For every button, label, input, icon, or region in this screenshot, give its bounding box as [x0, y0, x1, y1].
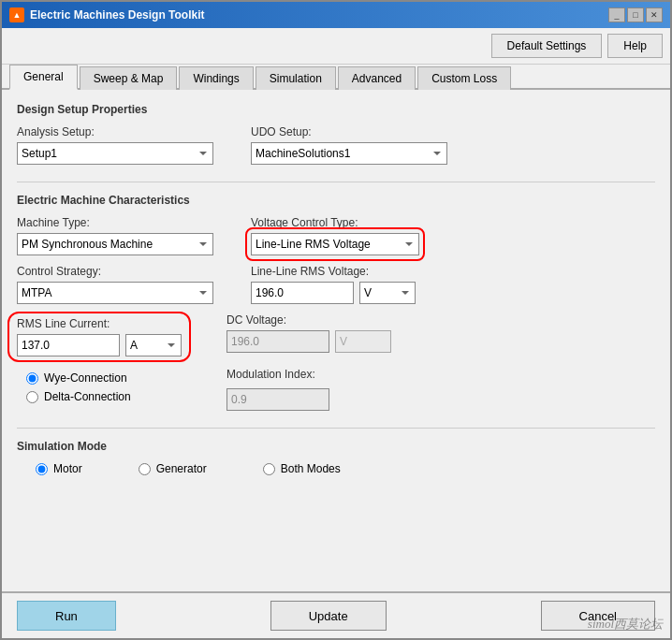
motor-radio[interactable]	[36, 463, 48, 475]
app-icon: ▲	[9, 7, 24, 22]
update-button[interactable]: Update	[270, 601, 387, 631]
control-strategy-label: Control Strategy:	[17, 265, 213, 278]
content-area: Design Setup Properties Analysis Setup: …	[2, 90, 670, 591]
tab-advanced[interactable]: Advanced	[338, 66, 416, 90]
tab-custom-loss[interactable]: Custom Loss	[417, 66, 511, 90]
voltage-control-group: Voltage Control Type: Line-Line RMS Volt…	[251, 216, 419, 255]
delta-connection-option[interactable]: Delta-Connection	[26, 390, 189, 403]
simulation-mode-label: Simulation Mode	[17, 440, 655, 453]
voltage-control-label: Voltage Control Type:	[251, 216, 419, 229]
generator-label: Generator	[156, 462, 207, 475]
title-bar: ▲ Electric Machines Design Toolkit _ □ ✕	[2, 2, 670, 28]
modulation-index-label: Modulation Index:	[226, 368, 391, 381]
line-line-rms-label: Line-Line RMS Voltage:	[251, 265, 416, 278]
generator-option[interactable]: Generator	[139, 462, 207, 475]
title-bar-left: ▲ Electric Machines Design Toolkit	[9, 7, 205, 22]
analysis-setup-label: Analysis Setup:	[17, 125, 213, 138]
udo-setup-group: UDO Setup: MachineSolutions1	[251, 125, 447, 165]
dc-modulation-group: DC Voltage: V Modulation Index:	[226, 313, 391, 411]
line-line-rms-row: V	[251, 282, 416, 304]
simulation-radios: Motor Generator Both Modes	[17, 462, 655, 475]
delta-connection-radio[interactable]	[26, 391, 38, 403]
tab-sweep-map[interactable]: Sweep & Map	[80, 66, 178, 90]
window-controls: _ □ ✕	[608, 7, 663, 22]
control-rms-row: Control Strategy: MTPA Line-Line RMS Vol…	[17, 265, 655, 304]
machine-type-group: Machine Type: PM Synchronous Machine Syn…	[17, 216, 213, 255]
window-title: Electric Machines Design Toolkit	[30, 8, 205, 22]
main-window: ▲ Electric Machines Design Toolkit _ □ ✕…	[0, 0, 672, 640]
simulation-mode-section: Simulation Mode Motor Generator Both Mod…	[17, 440, 655, 475]
modulation-index-input	[226, 388, 329, 411]
analysis-setup-group: Analysis Setup: Setup1	[17, 125, 213, 165]
dc-voltage-label: DC Voltage:	[226, 313, 391, 327]
machine-type-label: Machine Type:	[17, 216, 213, 229]
design-setup-label: Design Setup Properties	[17, 103, 655, 116]
minimize-button[interactable]: _	[608, 7, 625, 22]
machine-type-select[interactable]: PM Synchronous Machine Synchronous Machi…	[17, 233, 213, 255]
tab-windings[interactable]: Windings	[179, 66, 253, 90]
close-button[interactable]: ✕	[646, 7, 663, 22]
default-settings-button[interactable]: Default Settings	[491, 34, 603, 58]
current-dc-row: RMS Line Current: A Wye-	[17, 313, 655, 411]
dc-voltage-unit-select: V	[335, 330, 391, 353]
analysis-setup-select[interactable]: Setup1	[17, 142, 213, 165]
divider-1	[17, 182, 655, 182]
electric-machine-label: Electric Machine Characteristics	[17, 194, 655, 207]
control-strategy-group: Control Strategy: MTPA	[17, 265, 213, 304]
rms-line-current-label: RMS Line Current:	[17, 317, 110, 330]
motor-label: Motor	[53, 462, 82, 475]
divider-2	[17, 428, 655, 429]
run-button[interactable]: Run	[17, 601, 116, 631]
watermark: simol西莫论坛	[588, 616, 663, 633]
wye-connection-option[interactable]: Wye-Connection	[26, 371, 189, 385]
rms-current-input-row: A	[17, 334, 182, 356]
tab-simulation[interactable]: Simulation	[256, 66, 336, 90]
line-line-rms-unit-select[interactable]: V	[359, 282, 416, 304]
maximize-button[interactable]: □	[627, 7, 644, 22]
dc-voltage-row: V	[226, 330, 391, 353]
generator-radio[interactable]	[139, 463, 151, 475]
udo-setup-label: UDO Setup:	[251, 125, 447, 138]
udo-setup-select[interactable]: MachineSolutions1	[251, 142, 447, 165]
voltage-control-select[interactable]: Line-Line RMS Voltage	[251, 233, 419, 255]
help-button[interactable]: Help	[607, 34, 663, 58]
wye-connection-radio[interactable]	[26, 372, 38, 385]
tabs-row: General Sweep & Map Windings Simulation …	[2, 65, 670, 90]
line-line-rms-group: Line-Line RMS Voltage: V	[251, 265, 416, 304]
line-line-rms-input[interactable]	[251, 282, 354, 304]
toolbar: Default Settings Help	[2, 28, 670, 65]
rms-current-outer-group: RMS Line Current: A Wye-	[17, 313, 189, 411]
both-modes-label: Both Modes	[281, 462, 341, 475]
connection-radio-group: Wye-Connection Delta-Connection	[26, 371, 189, 403]
motor-option[interactable]: Motor	[36, 462, 82, 475]
dc-voltage-input	[226, 330, 329, 353]
design-setup-row: Analysis Setup: Setup1 UDO Setup: Machin…	[17, 125, 655, 165]
tab-general[interactable]: General	[9, 65, 78, 90]
bottom-bar: Run Update Cancel	[2, 591, 670, 638]
electric-machine-section: Electric Machine Characteristics Machine…	[17, 194, 655, 411]
design-setup-section: Design Setup Properties Analysis Setup: …	[17, 103, 655, 165]
rms-line-current-unit-select[interactable]: A	[125, 334, 182, 356]
both-modes-radio[interactable]	[263, 463, 275, 475]
control-strategy-select[interactable]: MTPA	[17, 282, 213, 304]
machine-voltage-row: Machine Type: PM Synchronous Machine Syn…	[17, 216, 655, 255]
wye-connection-label: Wye-Connection	[44, 371, 127, 385]
rms-line-current-input[interactable]	[17, 334, 120, 356]
delta-connection-label: Delta-Connection	[44, 390, 131, 403]
both-modes-option[interactable]: Both Modes	[263, 462, 341, 475]
